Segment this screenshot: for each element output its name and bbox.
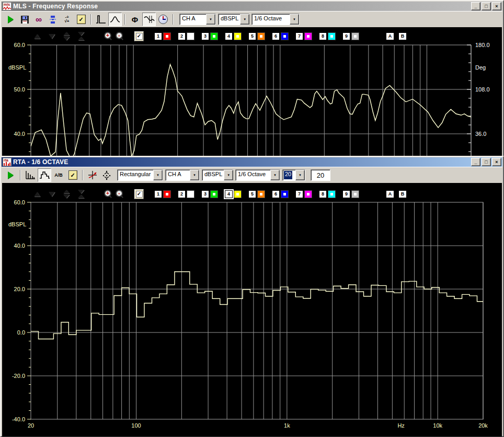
svg-text:-20.0: -20.0 <box>12 373 25 379</box>
zoom-out-icon[interactable]: - <box>116 32 124 40</box>
chevron-down-icon[interactable]: ▼ <box>224 170 233 180</box>
close-button[interactable]: × <box>492 158 501 166</box>
phase-button[interactable]: Φ <box>128 13 142 26</box>
rta-settings-button[interactable]: ✓ <box>66 168 79 182</box>
channel-8-button[interactable]: 8 <box>319 32 327 40</box>
zoom-in-icon[interactable]: + <box>104 190 112 198</box>
channel-9-color-swatch[interactable] <box>352 191 359 198</box>
channel-5-color-swatch[interactable] <box>258 191 265 198</box>
channel-4-color-swatch[interactable] <box>234 33 241 40</box>
channel-8-color-swatch[interactable] <box>328 33 335 40</box>
channel-6-color-swatch[interactable] <box>281 191 288 198</box>
smoothing-select[interactable]: 1/6 Octave ▼ <box>251 14 300 25</box>
overlay-a-button[interactable]: A <box>386 190 394 198</box>
maximize-button[interactable]: □ <box>482 2 491 10</box>
scale-down-icon[interactable] <box>49 34 55 39</box>
line-display-button[interactable] <box>38 168 51 182</box>
chevron-down-icon[interactable]: ▼ <box>190 170 199 180</box>
units-select[interactable]: dBSPL ▼ <box>218 14 249 25</box>
marker-checkbox[interactable]: ✓ <box>134 31 144 41</box>
rta-octave-chart[interactable]: 60.040.020.00.0-20.0-40.0dBSPL201001kHz1… <box>2 183 502 437</box>
channel-2-button[interactable]: 2 <box>178 32 186 40</box>
ab-compare-button[interactable]: A/B <box>52 168 65 182</box>
channel-6-button[interactable]: 6 <box>272 190 280 198</box>
overlay-b-button[interactable]: B <box>398 190 407 198</box>
averaging-button[interactable] <box>100 168 113 182</box>
channel-5-button[interactable]: 5 <box>248 32 256 40</box>
channel-5-button[interactable]: 5 <box>248 190 256 198</box>
channel-3-color-swatch[interactable] <box>211 33 217 40</box>
channel-4-button[interactable]: 4 <box>225 32 233 40</box>
channel-8-button[interactable]: 8 <box>319 190 327 198</box>
channel-6-color-swatch[interactable] <box>281 33 288 40</box>
compress-scale-icon[interactable] <box>78 32 84 40</box>
chevron-down-icon[interactable]: ▼ <box>153 170 163 180</box>
post-process-button[interactable]: -÷ √+ <box>60 13 74 26</box>
channel-9-button[interactable]: 9 <box>342 32 350 40</box>
transfer-function-button[interactable] <box>86 168 99 182</box>
zoom-in-icon[interactable]: + <box>104 32 112 40</box>
chevron-down-icon[interactable]: ▼ <box>240 14 249 25</box>
overlay-b-button[interactable]: B <box>398 32 407 40</box>
scale-down-icon[interactable] <box>49 192 55 197</box>
expand-scale-icon[interactable] <box>63 190 70 198</box>
channel-select[interactable]: CH A ▼ <box>165 169 200 181</box>
save-button[interactable] <box>18 13 31 26</box>
channel-6-button[interactable]: 6 <box>272 32 280 40</box>
expand-scale-icon[interactable] <box>63 32 70 40</box>
scale-up-icon[interactable] <box>34 34 40 39</box>
channel-3-color-swatch[interactable] <box>211 191 217 198</box>
time-button[interactable] <box>156 13 170 26</box>
channel-1-button[interactable]: 1 <box>154 190 162 198</box>
channel-1-color-swatch[interactable] <box>164 33 170 40</box>
channel-7-color-swatch[interactable] <box>305 33 312 40</box>
frequency-response-button[interactable] <box>108 13 122 26</box>
channel-2-button[interactable]: 2 <box>178 190 186 198</box>
mls-frequency-response-chart[interactable]: 60.050.040.0dBSPL180.0108.036.0Deg <box>2 27 502 158</box>
mls-titlebar[interactable]: mls MLS - Frequency Response _ □ × <box>2 2 502 11</box>
channel-2-color-swatch[interactable] <box>187 33 194 40</box>
fft-window-select[interactable]: Rectangular ▼ <box>117 169 163 181</box>
chevron-down-icon[interactable]: ▼ <box>270 170 280 180</box>
overlay-a-button[interactable]: A <box>386 32 394 40</box>
impulse-response-button[interactable] <box>94 13 108 26</box>
channel-9-button[interactable]: 9 <box>342 190 350 198</box>
svg-text:dBSPL: dBSPL <box>8 221 26 227</box>
zoom-out-icon[interactable]: - <box>116 190 124 198</box>
channel-9-color-swatch[interactable] <box>352 33 359 40</box>
maximize-button[interactable]: □ <box>482 158 491 166</box>
channel-2-color-swatch[interactable] <box>187 191 194 198</box>
channel-3-button[interactable]: 3 <box>201 190 209 198</box>
compress-scale-icon[interactable] <box>78 190 84 198</box>
run-measurement-button[interactable] <box>4 13 17 26</box>
channel-8-color-swatch[interactable] <box>328 191 335 198</box>
chevron-down-icon[interactable]: ▼ <box>295 170 305 180</box>
chevron-down-icon[interactable]: ▼ <box>290 14 299 25</box>
chevron-down-icon[interactable]: ▼ <box>206 14 215 25</box>
rta-titlebar[interactable]: rta RTA - 1/6 OCTAVE _ □ × <box>2 157 502 167</box>
units-select[interactable]: dBSPL ▼ <box>202 169 233 181</box>
bar-display-button[interactable] <box>24 168 37 182</box>
minimize-button[interactable]: _ <box>471 2 480 10</box>
channel-3-button[interactable]: 3 <box>201 32 209 40</box>
close-button[interactable]: × <box>492 2 501 10</box>
channel-4-button[interactable]: 4 <box>225 190 233 198</box>
marker-checkbox[interactable]: ✓ <box>134 189 144 199</box>
channel-7-color-swatch[interactable] <box>305 191 312 198</box>
channel-1-button[interactable]: 1 <box>154 32 162 40</box>
channel-5-color-swatch[interactable] <box>258 33 265 40</box>
channel-1-color-swatch[interactable] <box>164 191 170 198</box>
channel-7-button[interactable]: 7 <box>295 190 303 198</box>
fft-size-select[interactable]: 20 ▼ <box>282 169 305 181</box>
distortion-button[interactable] <box>142 13 156 26</box>
loop-button[interactable]: ∞ <box>32 13 45 26</box>
channel-select[interactable]: CH A ▼ <box>179 14 216 25</box>
generator-button[interactable] <box>46 13 60 26</box>
resolution-select[interactable]: 1/6 Octave ▼ <box>235 169 280 181</box>
channel-4-color-swatch[interactable] <box>234 191 241 198</box>
channel-7-button[interactable]: 7 <box>295 32 303 40</box>
scale-up-icon[interactable] <box>34 192 40 197</box>
minimize-button[interactable]: _ <box>471 158 480 166</box>
mls-settings-button[interactable]: ✓ <box>74 13 88 26</box>
run-measurement-button[interactable] <box>4 168 17 182</box>
